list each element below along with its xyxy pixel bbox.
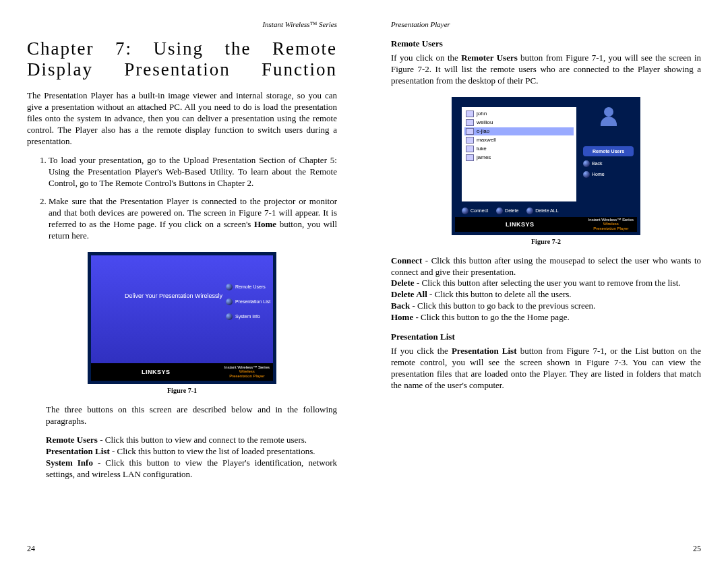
user-icon — [466, 128, 474, 135]
dot-icon — [583, 160, 590, 167]
dot-icon — [226, 299, 233, 305]
page-number-right: 25 — [693, 544, 701, 554]
user-row[interactable]: john — [464, 110, 574, 118]
tagline-text: Deliver Your Presentation Wirelessly — [125, 292, 222, 299]
sidebar-buttons: Remote Users Presentation List System In… — [226, 276, 273, 328]
chapter-title: Chapter 7: Using the Remote Display Pres… — [27, 38, 337, 80]
user-icon — [466, 119, 474, 126]
user-row-selected[interactable]: c-jiao — [464, 127, 574, 135]
screenshot-7-2: john weiliou c-jiao maxwell luke james R… — [452, 97, 640, 235]
dot-icon — [526, 208, 533, 214]
user-icon — [466, 137, 474, 144]
button-descriptions: Remote Users - Click this button to view… — [46, 435, 337, 480]
delete-button[interactable]: Delete — [496, 208, 518, 214]
product-labels: Instant Wireless™ Series Wireless Presen… — [588, 218, 634, 231]
remote-users-button[interactable]: Remote Users — [226, 284, 273, 290]
user-icon — [466, 111, 474, 117]
presentation-list-button[interactable]: Presentation List — [226, 299, 273, 305]
remote-users-paragraph: If you click on the Remoter Users button… — [391, 53, 701, 87]
step-2: Make sure that the Presentation Player i… — [49, 196, 337, 242]
user-icon — [466, 154, 474, 161]
page-number-left: 24 — [27, 544, 35, 554]
user-row[interactable]: maxwell — [464, 136, 574, 144]
screenshot-footer: LINKSYS Instant Wireless™ Series Wireles… — [455, 217, 637, 232]
page-right: Presentation Player Remote Users If you … — [364, 0, 728, 562]
bottom-buttons: Connect Delete Delete ALL — [462, 205, 580, 217]
delete-all-button[interactable]: Delete ALL — [526, 208, 558, 214]
linksys-logo: LINKSYS — [142, 369, 171, 375]
product-labels: Instant Wireless™ Series Wireless Presen… — [224, 365, 270, 379]
button-actions: Connect - Click this button after using … — [391, 255, 701, 323]
steps-list: To load your presentation, go to the Upl… — [27, 155, 337, 241]
presentation-list-heading: Presentation List — [391, 332, 701, 342]
right-panel: Remote Users Back Home — [583, 107, 634, 182]
figure-7-2-caption: Figure 7-2 — [391, 238, 701, 245]
system-info-button[interactable]: System Info — [226, 313, 273, 320]
dot-icon — [226, 313, 233, 320]
dot-icon — [462, 208, 468, 214]
figure-7-1-caption: Figure 7-1 — [27, 387, 337, 394]
step-1: To load your presentation, go to the Upl… — [49, 155, 337, 189]
figure-7-1: Deliver Your Presentation Wirelessly Rem… — [27, 252, 337, 394]
user-list-panel: john weiliou c-jiao maxwell luke james — [462, 107, 576, 201]
user-icon — [466, 146, 474, 152]
user-row[interactable]: luke — [464, 145, 574, 153]
dot-icon — [496, 208, 503, 214]
indented-section: The three buttons on this screen are des… — [46, 404, 337, 480]
page-left: Instant Wireless™ Series Chapter 7: Usin… — [0, 0, 364, 562]
screenshot-main-area: Deliver Your Presentation Wirelessly Rem… — [91, 255, 273, 363]
user-row[interactable]: james — [464, 154, 574, 162]
screenshot-7-1: Deliver Your Presentation Wirelessly Rem… — [88, 252, 276, 384]
person-icon — [599, 107, 619, 126]
intro-paragraph: The Presentation Player has a built-in i… — [27, 90, 337, 147]
dot-icon — [226, 284, 233, 290]
header-series: Instant Wireless™ Series — [27, 20, 337, 28]
three-buttons-intro: The three buttons on this screen are des… — [46, 404, 337, 427]
linksys-logo: LINKSYS — [506, 221, 535, 228]
dot-icon — [583, 171, 590, 178]
header-product: Presentation Player — [391, 20, 701, 28]
presentation-list-paragraph: If you click the Presentation List butto… — [391, 346, 701, 392]
user-row[interactable]: weiliou — [464, 119, 574, 127]
figure-7-2: john weiliou c-jiao maxwell luke james R… — [391, 97, 701, 245]
back-button[interactable]: Back — [583, 160, 634, 167]
connect-button[interactable]: Connect — [462, 208, 488, 214]
remote-users-info: Remote Users — [583, 146, 634, 156]
home-button[interactable]: Home — [583, 171, 634, 178]
screenshot-footer: LINKSYS Instant Wireless™ Series Wireles… — [91, 363, 273, 381]
remote-users-heading: Remote Users — [391, 38, 701, 49]
